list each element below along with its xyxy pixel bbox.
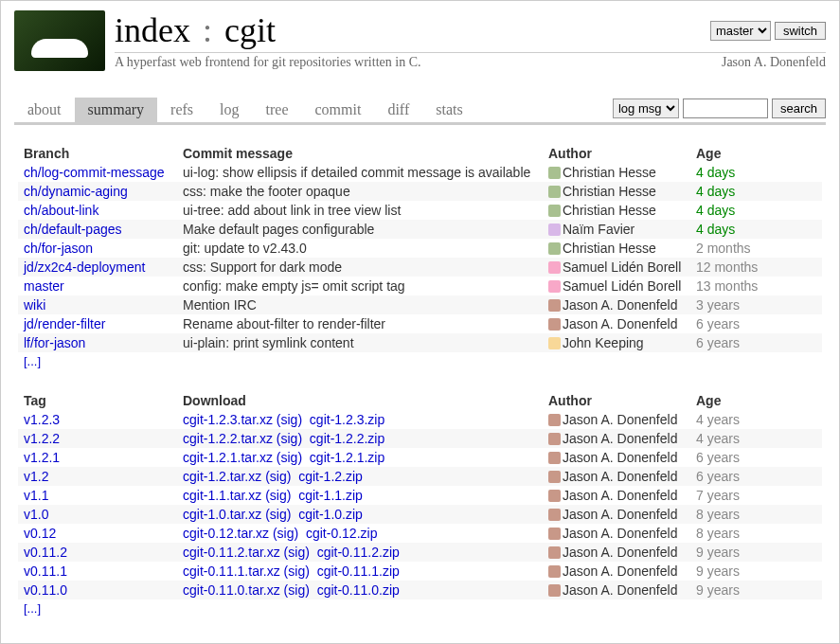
title-separator: : [203, 11, 212, 49]
download-sig-link[interactable]: (sig) [284, 582, 310, 598]
download-sig-link[interactable]: (sig) [277, 450, 302, 465]
download-zip-link[interactable]: cgit-1.1.zip [298, 488, 363, 503]
tag-row: v1.1cgit-1.1.tar.xz (sig) cgit-1.1.zipJa… [18, 486, 822, 505]
download-sig-link[interactable]: (sig) [265, 507, 291, 522]
download-tarxz-link[interactable]: cgit-1.2.1.tar.xz [183, 450, 273, 465]
download-tarxz-link[interactable]: cgit-1.2.2.tar.xz [183, 431, 273, 446]
age-value: 6 years [696, 450, 740, 465]
tab-tree[interactable]: tree [253, 98, 302, 122]
author-name: Christian Hesse [563, 203, 656, 218]
branch-link[interactable]: master [24, 278, 64, 294]
col-branch: Branch [18, 144, 177, 163]
download-tarxz-link[interactable]: cgit-0.11.0.tar.xz [183, 582, 280, 598]
age-value: 13 months [696, 278, 758, 294]
commit-msg-link[interactable]: css: make the footer opaque [183, 184, 350, 199]
download-zip-link[interactable]: cgit-1.0.zip [298, 507, 363, 522]
tags-table: Tag Download Author Age v1.2.3cgit-1.2.3… [18, 391, 822, 599]
download-zip-link[interactable]: cgit-1.2.3.zip [310, 412, 384, 427]
search-type-select[interactable]: log msg [613, 98, 679, 118]
download-sig-link[interactable]: (sig) [277, 412, 302, 427]
download-tarxz-link[interactable]: cgit-1.2.3.tar.xz [183, 412, 273, 427]
tag-link[interactable]: v1.2.1 [24, 450, 60, 465]
age-value: 8 years [696, 507, 740, 522]
branch-link[interactable]: ch/for-jason [24, 241, 93, 256]
commit-msg-link[interactable]: Rename about-filter to render-filter [183, 316, 385, 331]
repo-owner: Jason A. Donenfeld [722, 55, 826, 70]
site-logo[interactable] [14, 10, 105, 71]
branch-link[interactable]: ch/about-link [24, 203, 98, 218]
branch-link[interactable]: jd/zx2c4-deployment [24, 259, 145, 275]
age-value: 4 days [696, 203, 735, 218]
index-link[interactable]: index [115, 11, 190, 49]
branches-more-link[interactable]: [...] [24, 354, 41, 368]
tag-row: v0.11.1cgit-0.11.1.tar.xz (sig) cgit-0.1… [18, 562, 822, 581]
tag-link[interactable]: v0.11.0 [24, 582, 67, 598]
download-zip-link[interactable]: cgit-0.11.2.zip [317, 545, 400, 560]
commit-msg-link[interactable]: css: Support for dark mode [183, 259, 342, 275]
commit-msg-link[interactable]: ui-tree: add about link in tree view lis… [183, 203, 401, 218]
tag-link[interactable]: v1.0 [24, 507, 48, 522]
tab-about[interactable]: about [14, 98, 75, 122]
search-button[interactable]: search [772, 98, 826, 118]
branch-link[interactable]: ch/log-commit-message [24, 165, 165, 180]
commit-msg-link[interactable]: ui-plain: print symlink content [183, 335, 354, 350]
tag-link[interactable]: v1.2.2 [24, 431, 60, 446]
download-tarxz-link[interactable]: cgit-0.12.tar.xz [183, 526, 269, 541]
tags-more-link[interactable]: [...] [24, 601, 41, 616]
search-input[interactable] [683, 98, 768, 118]
download-tarxz-link[interactable]: cgit-1.1.tar.xz [183, 488, 261, 503]
switch-button[interactable]: switch [775, 22, 826, 40]
download-sig-link[interactable]: (sig) [265, 488, 291, 503]
tab-refs[interactable]: refs [157, 98, 206, 122]
download-zip-link[interactable]: cgit-0.12.zip [306, 526, 377, 541]
author-name: Naïm Favier [563, 222, 634, 237]
download-tarxz-link[interactable]: cgit-1.2.tar.xz [183, 469, 261, 484]
branch-link[interactable]: ch/dynamic-aging [24, 184, 128, 199]
download-sig-link[interactable]: (sig) [284, 564, 310, 579]
tab-log[interactable]: log [206, 98, 252, 122]
tab-commit[interactable]: commit [302, 98, 375, 122]
download-zip-link[interactable]: cgit-1.2.2.zip [310, 431, 384, 446]
branch-link[interactable]: wiki [24, 297, 45, 313]
download-tarxz-link[interactable]: cgit-1.0.tar.xz [183, 507, 261, 522]
download-zip-link[interactable]: cgit-1.2.1.zip [310, 450, 384, 465]
tag-link[interactable]: v0.11.2 [24, 545, 67, 560]
download-sig-link[interactable]: (sig) [277, 431, 302, 446]
branch-link[interactable]: lf/for-jason [24, 335, 85, 350]
branch-link[interactable]: ch/default-pages [24, 222, 122, 237]
tab-diff[interactable]: diff [374, 98, 422, 122]
tag-link[interactable]: v1.2 [24, 469, 48, 484]
download-zip-link[interactable]: cgit-0.11.1.zip [317, 564, 400, 579]
tag-link[interactable]: v0.12 [24, 526, 56, 541]
download-tarxz-link[interactable]: cgit-0.11.1.tar.xz [183, 564, 280, 579]
repo-description: A hyperfast web frontend for git reposit… [115, 55, 420, 70]
download-sig-link[interactable]: (sig) [265, 469, 291, 484]
download-sig-link[interactable]: (sig) [273, 526, 298, 541]
commit-msg-link[interactable]: config: make empty js= omit script tag [183, 278, 405, 294]
download-zip-link[interactable]: cgit-1.2.zip [298, 469, 363, 484]
age-value: 9 years [696, 582, 740, 598]
tag-row: v1.2.3cgit-1.2.3.tar.xz (sig) cgit-1.2.3… [18, 410, 822, 429]
tag-link[interactable]: v1.1 [24, 488, 48, 503]
branch-select[interactable]: master [710, 21, 771, 41]
col-author: Author [543, 144, 690, 163]
page-title: index : cgit [115, 10, 276, 50]
age-value: 2 months [696, 241, 751, 256]
commit-msg-link[interactable]: git: update to v2.43.0 [183, 241, 307, 256]
tag-link[interactable]: v1.2.3 [24, 412, 60, 427]
tab-stats[interactable]: stats [422, 98, 475, 122]
author-name: Jason A. Donenfeld [563, 316, 677, 331]
branch-row: ch/for-jasongit: update to v2.43.0Christ… [18, 239, 822, 258]
commit-msg-link[interactable]: ui-log: show ellipsis if detailed commit… [183, 165, 530, 180]
repo-link[interactable]: cgit [224, 11, 276, 49]
commit-msg-link[interactable]: Make default pages configurable [183, 222, 374, 237]
download-sig-link[interactable]: (sig) [284, 545, 310, 560]
branch-link[interactable]: jd/render-filter [24, 316, 105, 331]
avatar-icon [548, 565, 561, 578]
download-zip-link[interactable]: cgit-0.11.0.zip [317, 582, 400, 598]
tag-link[interactable]: v0.11.1 [24, 564, 67, 579]
tab-summary[interactable]: summary [75, 98, 158, 122]
download-tarxz-link[interactable]: cgit-0.11.2.tar.xz [183, 545, 280, 560]
commit-msg-link[interactable]: Mention IRC [183, 297, 257, 313]
age-value: 4 years [696, 412, 740, 427]
